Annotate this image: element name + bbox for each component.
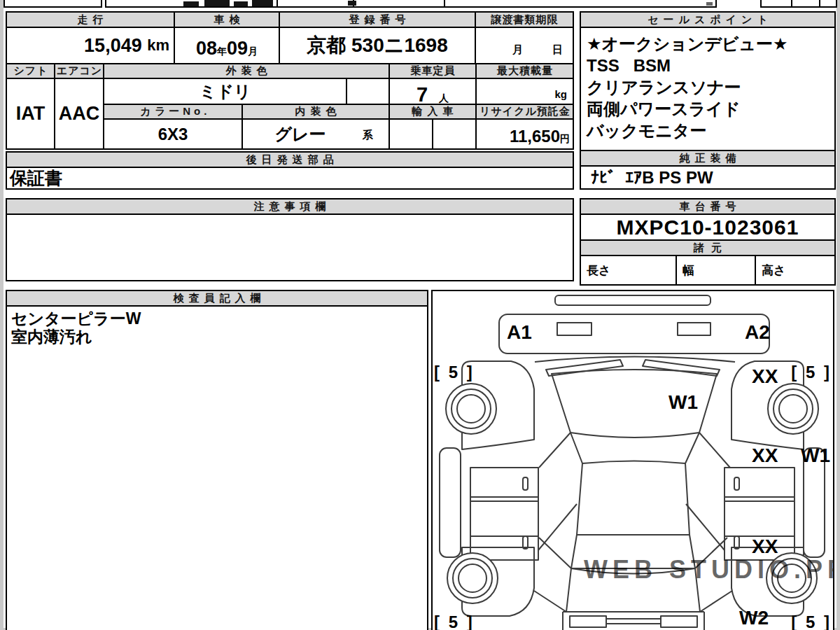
rear-plate-left (570, 616, 606, 627)
rear-plate-right (661, 616, 697, 627)
registration-header: 登録番号 (279, 11, 476, 28)
mark-front-fender-right: XX (752, 365, 778, 387)
notes-header: 注意事項欄 (6, 198, 574, 215)
shaken-year-unit: 年 (217, 46, 227, 58)
car-diagram-box: A1 A2 W1 XX XX W1 XX W2 [ 5 ] [ 5 ] [ 5 … (431, 290, 834, 630)
shaken-month-unit: 月 (248, 46, 258, 58)
tire-mark-front-left: [ 5 ] (434, 363, 475, 382)
inspector-note-line: センターピラーW (11, 309, 141, 328)
cut-off-cell (276, 0, 354, 8)
aircon-header: エアコン (54, 63, 104, 79)
cut-off-glyph (234, 1, 248, 6)
transfer-docs-value: 月日 (475, 27, 574, 64)
cut-off-glyph (706, 2, 713, 6)
shaken-year: 08 (196, 38, 217, 59)
max-load-value: kg (475, 78, 574, 105)
capacity-value: 7人 (388, 78, 477, 105)
door-handle-right-front (734, 477, 739, 490)
mileage-value: 15,049 km (6, 27, 175, 64)
equipment-value: ﾅﾋﾞ ｴｱB PS PW (580, 165, 836, 190)
import-header: 輸入車 (388, 104, 477, 120)
sales-point-line: ★オークションデビュー★ (587, 33, 788, 55)
color-no-value: 6X3 (103, 118, 243, 150)
cut-off-glyph (204, 0, 230, 6)
spec-width-cell: 幅 (676, 255, 756, 286)
front-bumper-strip (555, 295, 710, 305)
sales-point-line: クリアランスソナー (587, 76, 741, 98)
inspector-notes: センターピラーW 室内薄汚れ (6, 305, 428, 630)
sales-point-line: 両側パワースライド (587, 98, 740, 120)
capacity-header: 乗車定員 (388, 63, 477, 79)
sales-points-header: セールスポイント (580, 11, 836, 28)
later-parts-header: 後日発送部品 (6, 151, 574, 168)
recycle-header: リサイクル預託金 (475, 104, 574, 120)
mark-side-right-upper-w: W1 (801, 444, 830, 466)
spec-height-cell: 高さ (755, 255, 836, 286)
mileage-number: 15,049 (84, 35, 142, 57)
shaken-header: 車検 (174, 11, 280, 28)
exterior-color-extra-cell (346, 78, 390, 105)
transfer-docs-header: 譲渡書類期限 (475, 11, 574, 28)
wheel-ring (779, 395, 807, 423)
rocker-left (440, 448, 461, 557)
sales-points-list: ★オークションデビュー★ TSS BSM クリアランスソナー 両側パワースライド… (580, 27, 836, 151)
tire-mark-rear-left: [ 5 ] (434, 612, 475, 630)
later-parts-value: 保証書 (6, 167, 574, 190)
mark-side-right-upper: XX (752, 444, 778, 466)
recycle-value: 11,650円 (475, 118, 574, 150)
tire-mark-rear-right: [ 5 ] (791, 612, 832, 630)
door-seams-right (724, 497, 794, 536)
front-plate (557, 323, 592, 335)
interior-color-suffix: 系 (363, 129, 373, 142)
tire-mark-front-right: [ 5 ] (791, 363, 832, 382)
shift-value: IAT (6, 78, 55, 150)
auction-sheet-page: 走行 車検 登録番号 譲渡書類期限 15,049 km 08年09月 京都 53… (0, 0, 840, 630)
shaken-month: 09 (227, 38, 248, 59)
cut-off-cell (444, 0, 717, 8)
mark-rear-right: W2 (739, 607, 769, 629)
mark-side-right-lower: XX (752, 536, 778, 557)
cut-off-cell (353, 0, 445, 8)
cut-off-cell (819, 0, 837, 8)
recycle-unit: 円 (560, 133, 570, 146)
cut-off-glyph (252, 0, 273, 6)
sales-point-line: TSS BSM (587, 55, 671, 76)
hood-edge (535, 357, 735, 363)
shift-header: シフト (6, 63, 55, 79)
aircon-value: AAC (54, 78, 104, 150)
shaken-value: 08年09月 (174, 27, 280, 64)
cut-off-glyph (348, 1, 356, 6)
fold-lines (538, 504, 724, 550)
wheel-ring (458, 564, 486, 592)
exterior-color-value: ミドリ (103, 78, 347, 105)
registration-value: 京都 530ニ1698 (279, 27, 476, 64)
interior-color-name: グレー (274, 123, 326, 146)
door-handle-left-front (523, 477, 528, 490)
mileage-header: 走行 (6, 11, 175, 28)
max-load-header: 最大積載量 (475, 63, 574, 79)
equipment-header: 純正装備 (580, 150, 836, 167)
import-cell-2 (432, 118, 477, 150)
chassis-header: 車台番号 (580, 198, 836, 215)
interior-color-header: 内装色 (241, 104, 390, 120)
chassis-value: MXPC10-1023061 (580, 214, 836, 241)
recycle-number: 11,650 (510, 127, 560, 146)
door-seams-left (470, 497, 538, 536)
transfer-month-label: 月 (512, 43, 523, 57)
specs-header: 諸元 (580, 239, 836, 256)
mark-windshield: W1 (668, 391, 698, 413)
front-bumper (499, 314, 769, 354)
cut-off-cell (791, 0, 820, 8)
roof (577, 461, 690, 536)
import-cell-1 (388, 118, 433, 150)
front-sensor (678, 323, 710, 335)
color-no-header: カラーNo. (103, 104, 243, 120)
mark-front-right: A2 (745, 321, 770, 343)
spec-length-cell: 長さ (580, 255, 677, 286)
sales-point-line: バックモニター (587, 120, 706, 141)
max-load-unit: kg (554, 88, 567, 100)
rear-bumper-lines (606, 619, 661, 624)
exterior-color-header: 外装色 (103, 63, 390, 79)
mileage-unit: km (147, 36, 169, 55)
wheel-ring (457, 395, 485, 423)
